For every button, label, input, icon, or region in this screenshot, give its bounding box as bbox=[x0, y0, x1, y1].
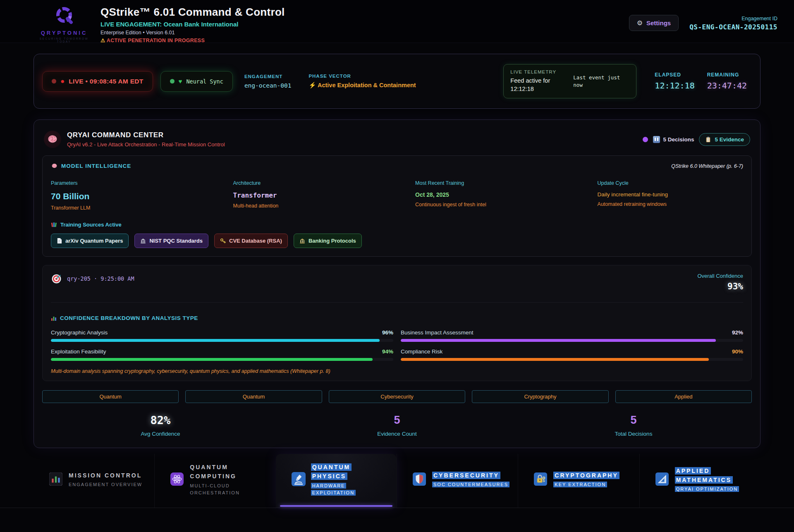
domain-tag-applied: Applied bbox=[615, 390, 752, 403]
page-title: QStrike™ 6.01 Command & Control bbox=[100, 6, 629, 19]
engagement-key-label: ENGAGEMENT bbox=[244, 74, 292, 79]
elapsed-label: ELAPSED bbox=[655, 72, 694, 78]
domain-tag-quantum-2: Quantum bbox=[185, 390, 322, 403]
field-note: Continuous ingest of fresh intel bbox=[415, 202, 598, 208]
confidence-bar-fill bbox=[401, 358, 709, 361]
field-label: Most Recent Training bbox=[415, 180, 598, 186]
source-chip-cve[interactable]: CVE Database (RSA) bbox=[214, 234, 288, 248]
nav-tab-quantum-computing[interactable]: QUANTUM COMPUTING MULTI-CLOUD ORCHESTRAT… bbox=[154, 454, 275, 508]
nav-tab-quantum-physics[interactable]: QUANTUM PHYSICS HARDWARE EXPLOITATION bbox=[276, 454, 397, 508]
field-label: Parameters bbox=[51, 180, 233, 186]
phase-vector-value: Active Exploitation & Containment bbox=[309, 82, 416, 89]
decisions-badge: 5 Decisions bbox=[653, 136, 694, 143]
books-icon bbox=[51, 222, 57, 228]
confidence-bar-row: Compliance Risk90% bbox=[401, 348, 743, 361]
target-icon bbox=[51, 273, 62, 284]
breakdown-title: CONFIDENCE BREAKDOWN BY ANALYSIS TYPE bbox=[60, 315, 198, 321]
field-value: 70 Billion bbox=[51, 191, 233, 201]
bottom-nav: MISSION CONTROL ENGAGEMENT OVERVIEW QUAN… bbox=[33, 454, 761, 508]
total-decisions-label: Total Decisions bbox=[515, 431, 752, 437]
edition-label: Enterprise Edition • Version 6.01 bbox=[100, 30, 629, 36]
live-dot-icon bbox=[52, 79, 56, 83]
avg-confidence-value: 82% bbox=[42, 414, 279, 427]
confidence-bar-row: Business Impact Assessment92% bbox=[401, 329, 743, 342]
sync-dot-icon bbox=[170, 79, 175, 83]
field-label: Update Cycle bbox=[598, 180, 743, 186]
engagement-subtitle: LIVE ENGAGEMENT: Ocean Bank Internationa… bbox=[100, 21, 629, 28]
active-penetration-alert: ACTIVE PENETRATION IN PROGRESS bbox=[100, 37, 629, 43]
model-intelligence-title: MODEL INTELLIGENCE bbox=[61, 163, 131, 169]
overall-confidence-label: Overall Confidence bbox=[697, 273, 743, 279]
field-note: Transformer LLM bbox=[51, 205, 233, 211]
total-decisions-value: 5 bbox=[515, 414, 752, 427]
status-dot-icon bbox=[643, 137, 648, 142]
command-center-title: QRYAI COMMAND CENTER bbox=[67, 131, 225, 139]
brain-avatar bbox=[44, 131, 61, 148]
status-bar: LIVE • 09:08:45 AM EDT Neural Sync ENGAG… bbox=[33, 54, 761, 109]
confidence-bar-fill bbox=[401, 339, 716, 342]
confidence-bar-row: Cryptographic Analysis96% bbox=[51, 329, 393, 342]
heart-icon bbox=[179, 78, 182, 85]
engagement-id-label: Engagement ID bbox=[689, 16, 777, 21]
warning-icon bbox=[100, 38, 107, 43]
neural-sync-pill: Neural Sync bbox=[160, 71, 233, 92]
domain-tag-quantum-1: Quantum bbox=[42, 390, 179, 403]
live-status-pill: LIVE • 09:08:45 AM EDT bbox=[42, 71, 153, 92]
triangle-ruler-icon bbox=[655, 472, 670, 487]
decision-panel: qry-205 · 9:25:00 AM Overall Confidence … bbox=[42, 265, 752, 381]
confidence-bar-fill bbox=[51, 358, 373, 361]
document-icon bbox=[57, 238, 62, 244]
atom-icon bbox=[170, 472, 184, 487]
training-sources-title: Training Sources Active bbox=[60, 222, 122, 228]
qryai-command-center-panel: QRYAI COMMAND CENTER QryAI v6.2 - Live A… bbox=[33, 119, 761, 448]
field-label: Architecture bbox=[233, 180, 416, 186]
confidence-bar-track bbox=[401, 339, 743, 342]
domain-tag-cybersecurity: Cybersecurity bbox=[329, 390, 465, 403]
neural-sync-label: Neural Sync bbox=[186, 78, 223, 85]
evidence-count-label: Evidence Count bbox=[279, 431, 515, 437]
settings-button[interactable]: Settings bbox=[629, 15, 679, 31]
field-value: Oct 28, 2025 bbox=[415, 191, 598, 198]
source-chip-banking[interactable]: Banking Protocols bbox=[294, 234, 362, 248]
bar-chart-icon bbox=[49, 472, 63, 487]
nav-tab-cryptography[interactable]: CRYPTOGRAPHY KEY EXTRACTION bbox=[518, 454, 639, 508]
source-chip-nist[interactable]: NIST PQC Standards bbox=[134, 234, 208, 248]
red-circle-icon bbox=[60, 78, 65, 85]
confidence-bar-row: Exploitation Feasibility94% bbox=[51, 348, 393, 361]
gear-icon bbox=[637, 19, 643, 27]
field-note: Multi-head attention bbox=[233, 203, 416, 209]
clipboard-icon bbox=[705, 136, 711, 143]
brand-name: QRYPTONIC bbox=[39, 30, 89, 36]
avg-confidence-label: Avg Confidence bbox=[42, 431, 279, 437]
key-icon bbox=[220, 238, 226, 244]
source-chip-arxiv[interactable]: arXiv Quantum Papers bbox=[51, 234, 129, 248]
telemetry-last-event: Last event just now bbox=[573, 74, 623, 88]
command-center-subtitle: QryAI v6.2 - Live Attack Orchestration -… bbox=[67, 141, 225, 148]
analysis-footnote: Multi-domain analysis spanning cryptogra… bbox=[51, 368, 743, 374]
nav-tab-cybersecurity[interactable]: CYBERSECURITY SOC COUNTERMEASURES bbox=[397, 454, 518, 508]
nav-tab-applied-mathematics[interactable]: APPLIED MATHEMATICS QRYAI OPTIMIZATION bbox=[639, 454, 761, 508]
evidence-badge[interactable]: 5 Evidence bbox=[699, 133, 750, 146]
q-logo-icon bbox=[52, 5, 76, 27]
field-note: Automated retraining windows bbox=[598, 201, 743, 207]
app-header: QRYPTONIC SECURING TOMORROW TODAY QStrik… bbox=[0, 0, 794, 43]
model-intelligence-panel: MODEL INTELLIGENCE QStrike 6.0 Whitepape… bbox=[42, 155, 752, 257]
qryptonic-logo: QRYPTONIC SECURING TOMORROW TODAY bbox=[39, 5, 89, 43]
brain-icon bbox=[46, 133, 59, 146]
nav-divider bbox=[0, 508, 794, 508]
engagement-id-value: QS-ENG-OCEAN-20250115 bbox=[689, 23, 777, 31]
remaining-label: REMAINING bbox=[707, 72, 747, 78]
pause-icon bbox=[653, 136, 660, 143]
field-value: Daily incremental fine-tuning bbox=[598, 191, 743, 198]
nav-tab-mission-control[interactable]: MISSION CONTROL ENGAGEMENT OVERVIEW bbox=[33, 454, 154, 508]
phase-vector-label: PHASE VECTOR bbox=[309, 74, 416, 79]
confidence-bar-track bbox=[51, 339, 393, 342]
confidence-bar-track bbox=[401, 358, 743, 361]
lightning-icon bbox=[309, 82, 318, 88]
live-clock: LIVE • 09:08:45 AM EDT bbox=[69, 78, 143, 85]
evidence-count-value: 5 bbox=[279, 414, 515, 427]
whitepaper-note: QStrike 6.0 Whitepaper (p. 6-7) bbox=[671, 163, 743, 169]
shield-icon bbox=[413, 472, 427, 487]
confidence-bar-fill bbox=[51, 339, 380, 342]
lock-icon bbox=[534, 472, 548, 487]
